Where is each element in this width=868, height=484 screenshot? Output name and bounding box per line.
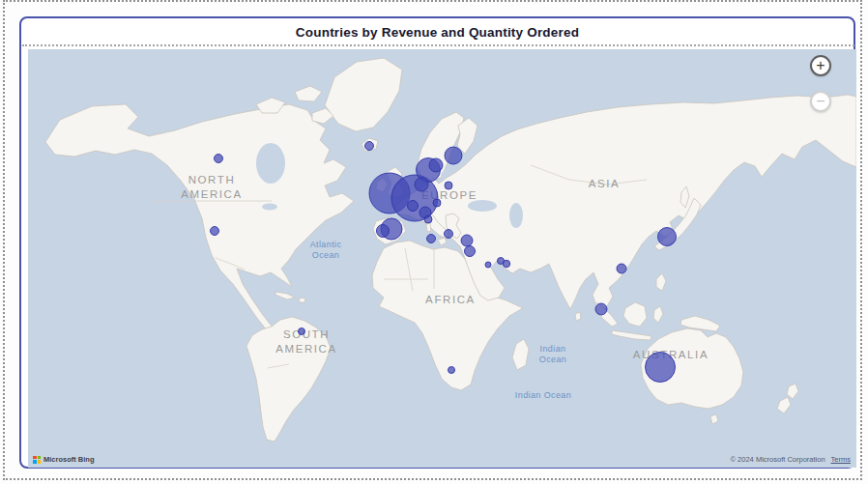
map-bubble-greece[interactable] [445,230,453,239]
map-bubble-czechia[interactable] [433,199,441,207]
map-bubble-netherlands[interactable] [408,201,419,212]
land-sardinia [426,223,431,232]
power-bi-page: Countries by Revenue and Quantity Ordere… [0,0,868,484]
map-bubble-saudi-arabia[interactable] [485,262,491,268]
map-bubble-singapore[interactable] [595,303,607,315]
land-philippines [656,273,666,291]
land-tasmania [710,414,718,424]
plus-icon: + [816,58,825,73]
minus-icon: − [816,94,825,109]
map-bubble-northern-italy[interactable] [424,215,432,223]
water-great-lakes [262,204,277,211]
map-bubble-brazil[interactable] [299,328,305,335]
bing-brand: Microsoft Bing [33,455,95,464]
continent-label: ASIA [589,178,621,189]
land-north-america [45,104,354,330]
map-bubble-australia[interactable] [646,353,676,383]
land-arctic-island [295,86,322,101]
map-bubble-finland[interactable] [445,147,462,164]
map-bubble-uae[interactable] [503,260,509,267]
map-visual-card: Countries by Revenue and Quantity Ordere… [19,16,855,469]
zoom-in-button[interactable]: + [810,55,831,76]
visual-title: Countries by Revenue and Quantity Ordere… [21,25,854,40]
water-hudson-bay [256,143,285,184]
map-attribution: Microsoft Bing © 2024 Microsoft Corporat… [28,455,856,464]
land-sulawesi [653,306,663,323]
water-black-sea [468,200,497,212]
bing-brand-label: Microsoft Bing [43,455,95,464]
copyright-area: © 2024 Microsoft Corporation Terms [731,455,852,464]
zoom-out-button[interactable]: − [810,91,831,112]
ocean-label: Indian Ocean [515,390,571,400]
map-bubble-canada[interactable] [215,155,223,163]
map-bubble-hong-kong[interactable] [617,264,626,273]
world-map: NORTHAMERICASOUTHAMERICAEUROPEASIAAFRICA… [28,49,856,468]
map-bubble-sweden[interactable] [445,182,452,189]
map-bubble-norway-north[interactable] [429,158,443,172]
copyright-text: © 2024 Microsoft Corporation [731,455,825,464]
continent-label: AFRICA [425,294,476,305]
land-greenland [325,58,402,131]
bing-map-canvas[interactable]: NORTHAMERICASOUTHAMERICAEUROPEASIAAFRICA… [28,49,856,468]
land-sicily [438,238,447,245]
ocean-label: AtlanticOcean [310,240,342,260]
map-bubble-south-africa[interactable] [448,367,455,374]
land-borneo [623,302,647,327]
land-sri-lanka [575,312,581,321]
land-new-zealand-south [777,397,791,413]
visual-header-divider [22,44,854,46]
ocean-label: IndianOcean [539,344,567,364]
map-bubble-united-states[interactable] [211,227,219,236]
map-bubble-tyrrhenian[interactable] [427,235,436,243]
land-cuba [275,292,295,299]
map-bubble-turkey[interactable] [461,235,473,246]
map-bubble-iceland[interactable] [365,142,374,151]
map-bubble-denmark[interactable] [415,178,428,191]
map-bubble-japan[interactable] [658,228,677,246]
terms-link[interactable]: Terms [831,455,851,464]
water-caspian-sea [509,203,523,228]
land-new-zealand-north [787,384,798,399]
map-bubble-portugal[interactable] [377,225,390,238]
map-bubble-israel[interactable] [465,246,476,257]
land-madagascar [512,339,529,370]
microsoft-logo-icon [33,456,41,464]
land-java [612,330,651,340]
land-hispaniola [299,298,305,302]
